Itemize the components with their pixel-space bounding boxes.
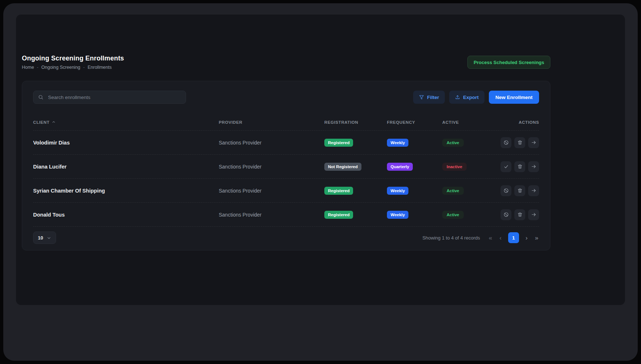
enrollments-table: CLIENT PROVIDER REGISTRATION FREQUENCY A… [33, 114, 539, 227]
main-panel: Ongoing Screening Enrollments Home - Ong… [16, 15, 625, 305]
filter-button[interactable]: Filter [413, 91, 445, 104]
breadcrumb-home[interactable]: Home [22, 65, 34, 70]
funnel-icon [419, 95, 424, 100]
status-pill: Inactive [442, 163, 467, 171]
deactivate-button[interactable] [500, 185, 511, 196]
sort-asc-icon [52, 120, 56, 124]
registration-cell: Registered [324, 139, 387, 147]
app-window: Ongoing Screening Enrollments Home - Ong… [3, 3, 638, 361]
enrollments-card: Filter Export New Enrollment [22, 81, 550, 250]
card-toolbar: Filter Export New Enrollment [33, 91, 539, 104]
trash-icon [517, 140, 523, 145]
delete-button[interactable] [514, 161, 525, 172]
arrow-right-icon [531, 164, 537, 169]
table-header-row: CLIENT PROVIDER REGISTRATION FREQUENCY A… [33, 114, 539, 131]
breadcrumb-enrollments: Enrollments [88, 65, 112, 70]
client-name: Syrian Chamber Of Shipping [33, 188, 219, 194]
previous-page-button[interactable]: ‹ [499, 234, 502, 242]
page-header: Ongoing Screening Enrollments Home - Ong… [22, 55, 550, 70]
delete-button[interactable] [514, 137, 525, 148]
last-page-button[interactable]: » [534, 234, 539, 242]
table-row: Volodimir Dias Sanctions Provider Regist… [33, 131, 539, 155]
active-cell: Active [442, 187, 491, 195]
search-input[interactable] [33, 91, 186, 104]
registration-cell: Not Registered [324, 163, 387, 171]
status-pill: Active [442, 187, 464, 195]
arrow-right-icon [531, 188, 537, 193]
deactivate-button[interactable] [500, 209, 511, 220]
client-name: Volodimir Dias [33, 140, 219, 146]
activate-button[interactable] [500, 161, 511, 172]
active-cell: Active [442, 211, 491, 219]
page-size-select[interactable]: 10 [33, 232, 56, 244]
registration-badge: Registered [324, 139, 353, 147]
breadcrumb-separator: - [37, 65, 38, 70]
ban-icon [503, 188, 509, 193]
provider-name: Sanctions Provider [219, 140, 324, 146]
column-header-frequency: FREQUENCY [387, 120, 442, 124]
active-cell: Inactive [442, 163, 491, 171]
client-name: Donald Tous [33, 212, 219, 218]
search-wrap [33, 91, 186, 104]
search-icon [38, 94, 44, 100]
breadcrumb-separator: - [83, 65, 85, 70]
ban-icon [503, 212, 509, 217]
actions-cell [491, 209, 539, 220]
toolbar-actions: Filter Export New Enrollment [413, 91, 539, 104]
column-header-actions: ACTIONS [491, 120, 539, 124]
first-page-button[interactable]: « [488, 234, 493, 242]
registration-badge: Not Registered [324, 163, 361, 171]
status-pill: Active [442, 211, 464, 219]
current-page-button[interactable]: 1 [508, 232, 519, 243]
provider-name: Sanctions Provider [219, 212, 324, 218]
upload-icon [455, 95, 460, 100]
deactivate-button[interactable] [500, 137, 511, 148]
table-row: Syrian Chamber Of Shipping Sanctions Pro… [33, 179, 539, 203]
provider-name: Sanctions Provider [219, 188, 324, 194]
column-header-client-label: CLIENT [33, 120, 50, 124]
frequency-badge: Weekly [387, 139, 408, 147]
frequency-badge: Weekly [387, 187, 408, 195]
actions-cell [491, 161, 539, 172]
view-button[interactable] [528, 161, 539, 172]
process-scheduled-screenings-button[interactable]: Process Scheduled Screenings [467, 56, 550, 69]
page-title: Ongoing Screening Enrollments [22, 55, 124, 62]
footer-right: Showing 1 to 4 of 4 records « ‹ 1 › » [422, 232, 539, 243]
table-row: Donald Tous Sanctions Provider Registere… [33, 203, 539, 227]
breadcrumb: Home - Ongoing Screening - Enrollments [22, 65, 124, 70]
delete-button[interactable] [514, 185, 525, 196]
provider-name: Sanctions Provider [219, 164, 324, 170]
column-header-registration: REGISTRATION [324, 120, 387, 124]
new-enrollment-button[interactable]: New Enrollment [489, 91, 539, 104]
breadcrumb-ongoing-screening[interactable]: Ongoing Screening [41, 65, 80, 70]
registration-badge: Registered [324, 187, 353, 195]
delete-button[interactable] [514, 209, 525, 220]
frequency-cell: Weekly [387, 139, 442, 147]
view-button[interactable] [528, 185, 539, 196]
records-summary: Showing 1 to 4 of 4 records [422, 235, 480, 241]
next-page-button[interactable]: › [525, 234, 529, 242]
view-button[interactable] [528, 209, 539, 220]
frequency-badge: Weekly [387, 211, 408, 219]
actions-cell [491, 137, 539, 148]
table-row: Diana Lucifer Sanctions Provider Not Reg… [33, 155, 539, 179]
registration-cell: Registered [324, 187, 387, 195]
filter-button-label: Filter [427, 95, 439, 100]
column-header-provider: PROVIDER [219, 120, 324, 124]
export-button-label: Export [463, 95, 479, 100]
ban-icon [503, 140, 509, 145]
arrow-right-icon [531, 140, 537, 145]
export-button[interactable]: Export [449, 91, 484, 104]
frequency-badge: Quarterly [387, 163, 413, 171]
frequency-cell: Weekly [387, 187, 442, 195]
active-cell: Active [442, 139, 491, 147]
card-footer: 10 Showing 1 to 4 of 4 records « ‹ 1 › » [33, 231, 539, 244]
trash-icon [517, 164, 523, 169]
registration-badge: Registered [324, 211, 353, 219]
frequency-cell: Weekly [387, 211, 442, 219]
column-header-client[interactable]: CLIENT [33, 120, 219, 124]
frequency-cell: Quarterly [387, 163, 442, 171]
view-button[interactable] [528, 137, 539, 148]
status-pill: Active [442, 139, 464, 147]
chevron-down-icon [47, 236, 51, 240]
